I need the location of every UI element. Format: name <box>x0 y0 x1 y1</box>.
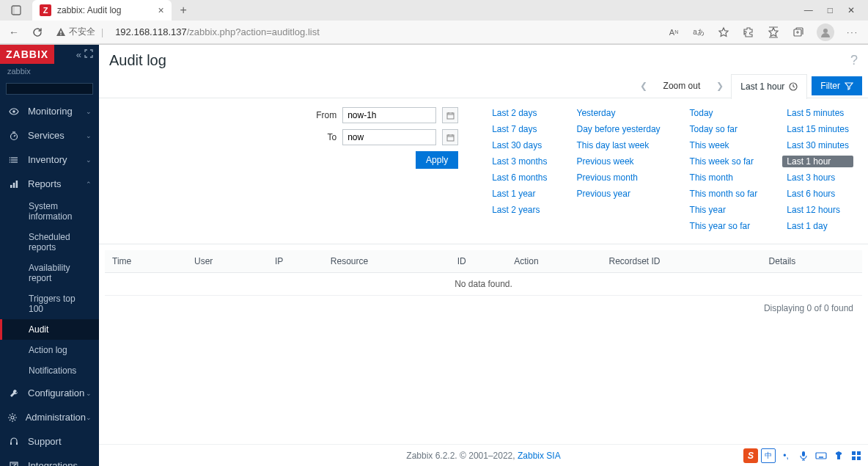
preset-link[interactable]: Last 1 hour <box>782 156 853 167</box>
more-icon[interactable]: ··· <box>846 26 859 39</box>
nav-reports[interactable]: Reports ⌃ <box>0 172 99 196</box>
ime-mic-icon[interactable] <box>796 448 811 463</box>
apply-button[interactable]: Apply <box>416 151 458 169</box>
time-prev-icon[interactable]: ❮ <box>633 81 655 91</box>
new-tab-icon[interactable]: + <box>180 4 187 17</box>
tab-close-icon[interactable]: × <box>158 4 163 16</box>
ime-toolbox-icon[interactable] <box>849 448 864 463</box>
collapse-icon[interactable]: « <box>76 49 81 60</box>
preset-link[interactable]: Last 15 minutes <box>782 123 853 135</box>
filter-button[interactable]: Filter <box>812 76 862 95</box>
from-calendar-icon[interactable] <box>442 107 458 123</box>
zoom-out-button[interactable]: Zoom out <box>655 81 710 91</box>
preset-link[interactable]: Last 7 days <box>488 123 551 135</box>
nav-monitoring[interactable]: Monitoring ⌄ <box>0 99 99 123</box>
nav-configuration[interactable]: Configuration ⌄ <box>0 381 99 405</box>
preset-link[interactable]: Last 2 days <box>488 107 551 119</box>
ime-keyboard-icon[interactable] <box>814 448 828 463</box>
preset-link[interactable]: Last 3 hours <box>782 172 853 183</box>
url-text[interactable]: 192.168.118.137/zabbix.php?action=auditl… <box>115 26 320 37</box>
help-icon[interactable]: ? <box>850 53 858 68</box>
logo[interactable]: ZABBIX <box>0 45 54 64</box>
nav-services[interactable]: Services ⌄ <box>0 123 99 148</box>
fullscreen-icon[interactable] <box>84 49 93 60</box>
time-next-icon[interactable]: ❯ <box>709 81 731 91</box>
footer-link[interactable]: Zabbix SIA <box>518 451 561 461</box>
translate-icon[interactable]: aあ <box>692 26 705 39</box>
preset-link[interactable]: Last 30 days <box>488 139 551 151</box>
nav-audit[interactable]: Audit <box>0 319 99 340</box>
nav-scheduled-reports[interactable]: Scheduled reports <box>0 227 99 258</box>
nav-administration[interactable]: Administration ⌄ <box>0 405 99 429</box>
tabs-overview-icon[interactable] <box>10 4 22 16</box>
security-warning[interactable]: 不安全 | <box>56 26 109 38</box>
preset-link[interactable]: Yesterday <box>573 107 665 119</box>
preset-link[interactable]: Last 1 year <box>488 188 551 200</box>
nav-inventory[interactable]: Inventory ⌄ <box>0 148 99 172</box>
preset-link[interactable]: This year so far <box>685 220 762 232</box>
preset-link[interactable]: Last 6 months <box>488 172 551 183</box>
table-header[interactable]: IP <box>268 250 323 273</box>
svg-rect-40 <box>816 453 826 459</box>
preset-link[interactable]: Today <box>685 107 762 119</box>
preset-link[interactable]: Last 30 minutes <box>782 139 853 151</box>
preset-link[interactable]: Previous year <box>573 188 665 200</box>
table-header[interactable]: Time <box>105 250 187 273</box>
nav-triggers-top[interactable]: Triggers top 100 <box>0 288 99 319</box>
nav-action-log[interactable]: Action log <box>0 340 99 360</box>
preset-link[interactable]: Previous month <box>573 172 665 183</box>
back-icon[interactable]: ← <box>9 26 19 38</box>
ime-punct-icon[interactable]: •, <box>779 448 793 463</box>
to-input[interactable] <box>342 129 436 145</box>
preset-link[interactable]: This day last week <box>573 139 665 151</box>
ime-chinese-icon[interactable]: 中 <box>761 448 776 463</box>
minimize-icon[interactable]: — <box>804 5 813 15</box>
nav-notifications[interactable]: Notifications <box>0 360 99 381</box>
profile-avatar[interactable] <box>817 23 834 41</box>
preset-link[interactable]: Last 12 hours <box>782 204 853 216</box>
table-header[interactable]: Action <box>507 250 601 273</box>
nav-system-info[interactable]: System information <box>0 196 99 227</box>
to-calendar-icon[interactable] <box>442 129 458 145</box>
preset-link[interactable]: Day before yesterday <box>573 123 665 135</box>
ime-skin-icon[interactable] <box>831 448 846 463</box>
preset-link[interactable]: This month <box>685 172 762 183</box>
preset-link[interactable]: Last 6 hours <box>782 188 853 200</box>
from-label: From <box>310 110 336 120</box>
browser-tab[interactable]: Z zabbix: Audit log × <box>32 0 172 21</box>
maximize-icon[interactable]: □ <box>828 5 833 15</box>
svg-rect-23 <box>13 183 15 188</box>
wrench-icon <box>7 388 21 398</box>
from-input[interactable] <box>342 107 436 123</box>
preset-link[interactable]: Last 5 minutes <box>782 107 853 119</box>
table-header[interactable]: ID <box>450 250 507 273</box>
table-header[interactable]: Details <box>762 250 862 273</box>
favorite-icon[interactable] <box>717 26 730 39</box>
preset-link[interactable]: This week so far <box>685 156 762 167</box>
preset-link[interactable]: Today so far <box>685 123 762 135</box>
extension-icon[interactable] <box>742 26 755 39</box>
font-size-icon[interactable]: AN <box>667 26 680 39</box>
time-range-tab[interactable]: Last 1 hour <box>731 74 807 99</box>
preset-link[interactable]: This year <box>685 204 762 216</box>
table-header[interactable]: Resource <box>323 250 450 273</box>
preset-link[interactable]: Last 1 day <box>782 220 853 232</box>
refresh-icon[interactable] <box>32 27 43 37</box>
preset-link[interactable]: Previous week <box>573 156 665 167</box>
preset-link[interactable]: Last 3 months <box>488 156 551 167</box>
ime-sogou-icon[interactable]: S <box>743 448 758 463</box>
sidebar-search[interactable] <box>6 83 93 95</box>
preset-link[interactable]: Last 2 years <box>488 204 551 216</box>
table-header[interactable]: User <box>187 250 268 273</box>
result-count: Displaying 0 of 0 found <box>105 296 862 321</box>
favorites-bar-icon[interactable] <box>767 26 780 39</box>
nav-integrations[interactable]: Integrations <box>0 454 99 466</box>
nav-support[interactable]: Support <box>0 429 99 454</box>
close-window-icon[interactable]: ✕ <box>847 5 855 15</box>
preset-link[interactable]: This week <box>685 139 762 151</box>
table-header[interactable]: Recordset ID <box>601 250 761 273</box>
preset-link[interactable]: This month so far <box>685 188 762 200</box>
collections-icon[interactable] <box>792 26 805 39</box>
filter-panel: From To Apply Last 2 daysLast 7 daysLast… <box>99 98 868 244</box>
nav-availability-report[interactable]: Availability report <box>0 258 99 288</box>
